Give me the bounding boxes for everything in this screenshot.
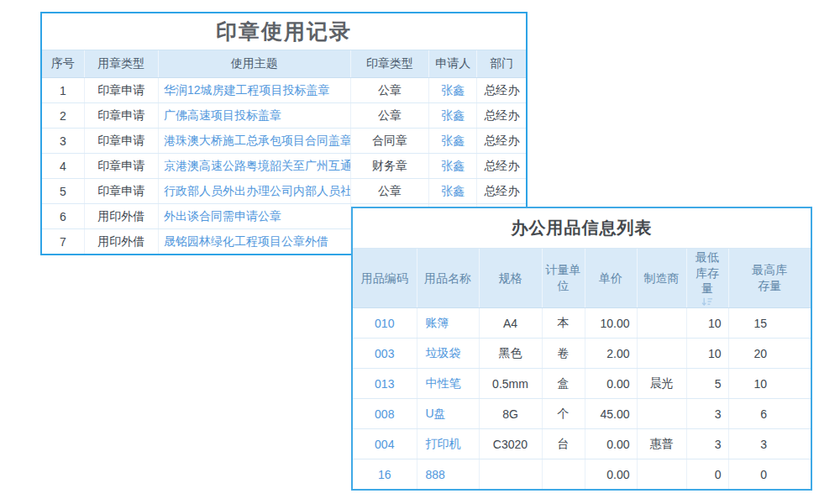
cell-unit-price: 0.00 — [585, 369, 637, 399]
cell-manufacturer — [637, 459, 686, 490]
office-supplies-window: 办公用品信息列表 用品编码 用品名称 规格 计量单位 单价 制造商 最低库存量 — [351, 207, 812, 491]
cell-index: 3 — [42, 129, 84, 154]
cell-index: 7 — [42, 229, 84, 255]
col-header-applicant: 申请人 — [429, 50, 477, 78]
cell-manufacturer: 惠普 — [637, 429, 686, 459]
cell-manufacturer — [637, 339, 686, 369]
cell-index: 4 — [42, 154, 84, 179]
cell-unit: 台 — [542, 429, 585, 459]
cell-subject-link[interactable]: 晟铭园林绿化工程项目公章外借 — [158, 229, 350, 255]
cell-index: 6 — [42, 204, 84, 229]
cell-department: 总经办 — [477, 154, 526, 179]
cell-item-name-link[interactable]: U盘 — [417, 399, 479, 429]
cell-max-stock: 15 — [728, 308, 811, 339]
cell-item-name-link[interactable]: 账簿 — [417, 308, 479, 339]
cell-unit: 个 — [542, 399, 585, 429]
cell-unit: 本 — [542, 308, 585, 339]
cell-item-code-link[interactable]: 004 — [353, 429, 417, 459]
cell-item-name-link[interactable]: 垃圾袋 — [417, 339, 479, 369]
cell-applicant-link[interactable]: 张鑫 — [429, 78, 477, 103]
cell-unit — [542, 459, 585, 490]
cell-unit-price: 10.00 — [585, 308, 637, 339]
cell-max-stock: 10 — [728, 369, 811, 399]
cell-max-stock: 0 — [728, 459, 811, 490]
col-header-item-name: 用品名称 — [417, 249, 479, 308]
cell-subject-link[interactable]: 行政部人员外出办理公司内部人员社 — [158, 179, 350, 204]
cell-unit-price: 45.00 — [585, 399, 637, 429]
cell-item-code-link[interactable]: 16 — [353, 459, 417, 490]
cell-unit-price: 2.00 — [585, 339, 637, 369]
seal-usage-row: 2 印章申请 广佛高速项目投标盖章 公章 张鑫 总经办 — [42, 103, 526, 129]
cell-item-name-link[interactable]: 打印机 — [417, 429, 479, 459]
cell-department: 总经办 — [477, 179, 526, 204]
cell-min-stock: 3 — [686, 429, 728, 459]
cell-usage-type: 印章申请 — [84, 154, 158, 179]
cell-usage-type: 用印外借 — [84, 229, 158, 255]
cell-usage-type: 印章申请 — [84, 179, 158, 204]
col-header-department: 部门 — [477, 50, 526, 78]
seal-usage-row: 5 印章申请 行政部人员外出办理公司内部人员社 公章 张鑫 总经办 — [42, 179, 526, 204]
seal-usage-header-row: 序号 用章类型 使用主题 印章类型 申请人 部门 — [42, 50, 526, 78]
office-supplies-table: 用品编码 用品名称 规格 计量单位 单价 制造商 最低库存量 最高库存量 — [353, 249, 811, 489]
cell-max-stock: 6 — [728, 399, 811, 429]
office-supplies-row: 003 垃圾袋 黑色 卷 2.00 10 20 — [353, 339, 811, 369]
cell-spec: 黑色 — [479, 339, 542, 369]
cell-seal-type: 合同章 — [350, 129, 428, 154]
seal-usage-row: 3 印章申请 港珠澳大桥施工总承包项目合同盖章 合同章 张鑫 总经办 — [42, 129, 526, 154]
cell-subject-link[interactable]: 京港澳高速公路粤境韶关至广州互通 — [158, 154, 350, 179]
cell-item-code-link[interactable]: 013 — [353, 369, 417, 399]
col-header-subject: 使用主题 — [158, 50, 350, 78]
sort-icon[interactable] — [701, 297, 713, 307]
cell-max-stock: 20 — [728, 339, 811, 369]
cell-seal-type: 公章 — [350, 103, 428, 129]
cell-department: 总经办 — [477, 78, 526, 103]
cell-unit: 卷 — [542, 339, 585, 369]
cell-unit-price: 0.00 — [585, 459, 637, 490]
col-header-manufacturer: 制造商 — [637, 249, 686, 308]
cell-applicant-link[interactable]: 张鑫 — [429, 179, 477, 204]
cell-item-name-link[interactable]: 888 — [417, 459, 479, 490]
cell-subject-link[interactable]: 华润12城房建工程项目投标盖章 — [158, 78, 350, 103]
office-supplies-row: 004 打印机 C3020 台 0.00 惠普 3 3 — [353, 429, 811, 459]
cell-manufacturer — [637, 399, 686, 429]
cell-manufacturer — [637, 308, 686, 339]
seal-usage-title: 印章使用记录 — [42, 13, 526, 50]
cell-spec: 0.5mm — [479, 369, 542, 399]
col-header-seal-type: 印章类型 — [350, 50, 428, 78]
cell-item-name-link[interactable]: 中性笔 — [417, 369, 479, 399]
cell-manufacturer: 晨光 — [637, 369, 686, 399]
col-header-min-stock[interactable]: 最低库存量 — [686, 249, 728, 308]
cell-department: 总经办 — [477, 129, 526, 154]
office-supplies-row: 013 中性笔 0.5mm 盒 0.00 晨光 5 10 — [353, 369, 811, 399]
cell-applicant-link[interactable]: 张鑫 — [429, 129, 477, 154]
cell-spec: 8G — [479, 399, 542, 429]
cell-seal-type: 财务章 — [350, 154, 428, 179]
cell-spec: C3020 — [479, 429, 542, 459]
cell-applicant-link[interactable]: 张鑫 — [429, 154, 477, 179]
cell-index: 2 — [42, 103, 84, 129]
min-stock-label: 最低库存量 — [696, 250, 719, 296]
office-supplies-row: 16 888 0.00 0 0 — [353, 459, 811, 490]
cell-index: 5 — [42, 179, 84, 204]
cell-applicant-link[interactable]: 张鑫 — [429, 103, 477, 129]
cell-item-code-link[interactable]: 003 — [353, 339, 417, 369]
office-supplies-row: 010 账簿 A4 本 10.00 10 15 — [353, 308, 811, 339]
col-header-spec: 规格 — [479, 249, 542, 308]
cell-usage-type: 印章申请 — [84, 129, 158, 154]
cell-item-code-link[interactable]: 008 — [353, 399, 417, 429]
cell-min-stock: 10 — [686, 308, 728, 339]
cell-spec — [479, 459, 542, 490]
cell-unit: 盒 — [542, 369, 585, 399]
cell-subject-link[interactable]: 广佛高速项目投标盖章 — [158, 103, 350, 129]
cell-subject-link[interactable]: 港珠澳大桥施工总承包项目合同盖章 — [158, 129, 350, 154]
office-supplies-table-body: 010 账簿 A4 本 10.00 10 15 003 垃圾袋 黑色 卷 2.0… — [353, 308, 811, 490]
col-header-max-stock: 最高库存量 — [728, 249, 811, 308]
cell-subject-link[interactable]: 外出谈合同需申请公章 — [158, 204, 350, 229]
col-header-usage-type: 用章类型 — [84, 50, 158, 78]
cell-department: 总经办 — [477, 103, 526, 129]
cell-item-code-link[interactable]: 010 — [353, 308, 417, 339]
cell-usage-type: 印章申请 — [84, 103, 158, 129]
seal-usage-row: 1 印章申请 华润12城房建工程项目投标盖章 公章 张鑫 总经办 — [42, 78, 526, 103]
office-supplies-title: 办公用品信息列表 — [353, 208, 811, 249]
cell-min-stock: 5 — [686, 369, 728, 399]
